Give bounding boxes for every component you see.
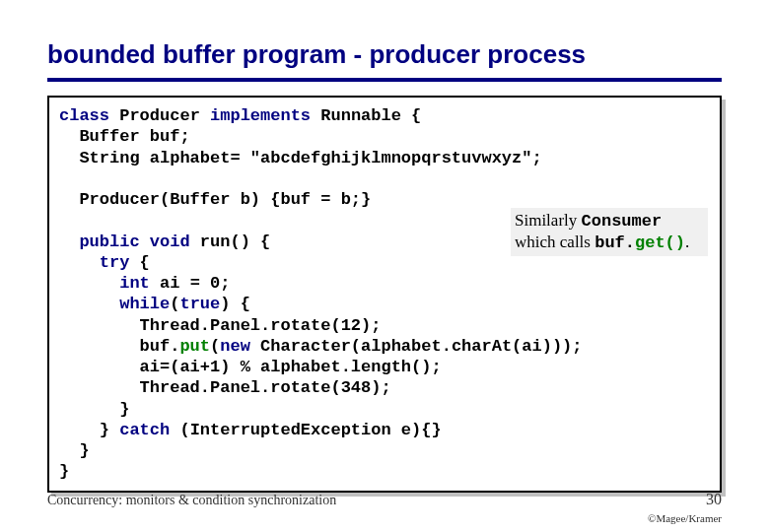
note-mono: Consumer xyxy=(582,212,663,231)
code-text xyxy=(59,253,100,272)
kw-true: true xyxy=(179,295,220,313)
kw-catch: catch xyxy=(119,421,170,439)
code-text xyxy=(59,274,119,293)
code-text xyxy=(59,295,119,313)
note-mono: buf. xyxy=(594,233,635,252)
footer: Concurrency: monitors & condition synchr… xyxy=(47,491,722,508)
code-text: buf. xyxy=(59,337,179,356)
code-text: Producer xyxy=(109,106,210,125)
code-text: ) { xyxy=(220,295,250,313)
code-line: String alphabet= "abcdefghijklmnopqrstuv… xyxy=(59,149,542,167)
kw-while: while xyxy=(119,295,170,313)
note-text: . xyxy=(685,233,689,251)
kw-try: try xyxy=(100,253,130,272)
page-number: 30 xyxy=(706,491,722,508)
code-text: ( xyxy=(210,337,220,356)
kw-int: int xyxy=(119,274,150,293)
kw-class: class xyxy=(59,106,109,125)
code-text: ( xyxy=(170,295,179,313)
copyright: ©Magee/Kramer xyxy=(648,512,722,524)
kw-new: new xyxy=(220,337,250,356)
kw-implements: implements xyxy=(210,106,311,125)
code-line: ai=(ai+1) % alphabet.length(); xyxy=(59,358,442,376)
code-text xyxy=(59,233,79,251)
code-text: (InterruptedException e){} xyxy=(170,421,441,439)
code-line: Thread.Panel.rotate(348); xyxy=(59,378,391,397)
title-underline xyxy=(47,78,722,82)
footer-left: Concurrency: monitors & condition synchr… xyxy=(47,493,336,508)
code-line: Thread.Panel.rotate(12); xyxy=(59,316,381,335)
code-line: Buffer buf; xyxy=(59,127,190,146)
code-text: Character(alphabet.charAt(ai))); xyxy=(250,337,583,356)
slide-title: bounded buffer program - producer proces… xyxy=(47,39,722,70)
kw-void: void xyxy=(150,233,190,251)
call-put: put xyxy=(179,337,210,356)
code-line: Producer(Buffer b) {buf = b;} xyxy=(59,190,371,209)
side-note: Similarly Consumer which calls buf.get()… xyxy=(511,208,708,256)
code-text: run() { xyxy=(190,233,271,251)
code-text: Runnable { xyxy=(311,106,421,125)
code-text: ai = 0; xyxy=(150,274,231,293)
code-text: } xyxy=(59,421,119,439)
note-text: Similarly xyxy=(515,211,582,230)
code-line: } xyxy=(59,441,90,460)
code-box: class Producer implements Runnable { Buf… xyxy=(47,96,722,493)
code-text: { xyxy=(129,253,149,272)
note-mono-call: get() xyxy=(635,233,685,252)
kw-public: public xyxy=(79,233,139,251)
code-line: } xyxy=(59,400,129,419)
note-text: which calls xyxy=(515,233,594,251)
code-line: } xyxy=(59,462,69,481)
code-text xyxy=(140,233,150,251)
